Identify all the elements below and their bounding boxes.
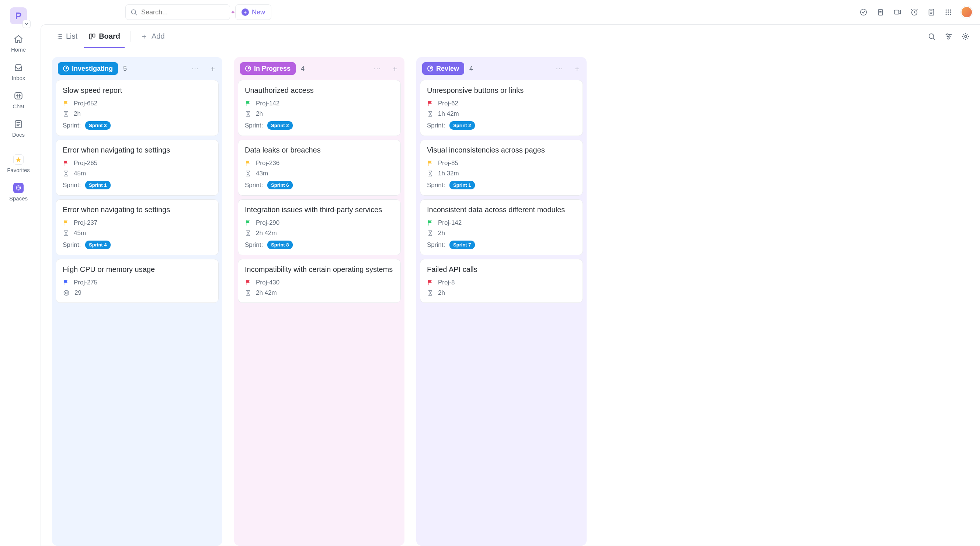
svg-point-16	[948, 14, 949, 15]
column-menu-icon[interactable]: ⋯	[374, 64, 381, 73]
card-project-id: Proj-142	[256, 100, 280, 107]
sprint-chip[interactable]: Sprint 2	[267, 121, 293, 130]
sprint-chip[interactable]: Sprint 6	[267, 181, 293, 189]
card-project-id: Proj-265	[74, 160, 97, 167]
search-input[interactable]	[141, 8, 227, 16]
sprint-chip[interactable]: Sprint 1	[85, 181, 110, 189]
view-tab-board[interactable]: Board	[84, 25, 125, 48]
sidebar-item-inbox[interactable]: Inbox	[0, 59, 37, 85]
card-sprint-row: Sprint: Sprint 8	[245, 241, 394, 249]
card-project-row: Proj-8	[427, 279, 576, 286]
column-menu-icon[interactable]: ⋯	[191, 64, 199, 73]
view-tab-list[interactable]: List	[51, 25, 82, 48]
sprint-chip[interactable]: Sprint 2	[449, 121, 474, 130]
card[interactable]: Unauthorized access Proj-142 2h Sprint: …	[238, 80, 401, 136]
card[interactable]: Data leaks or breaches Proj-236 43m Spri…	[238, 140, 401, 196]
hourglass-icon	[427, 111, 434, 117]
card[interactable]: Integration issues with third-party serv…	[238, 199, 401, 255]
add-view-button[interactable]: ＋ Add	[137, 31, 169, 41]
note-icon[interactable]	[927, 8, 936, 17]
sprint-field-label: Sprint:	[245, 182, 263, 189]
sprint-chip[interactable]: Sprint 1	[449, 181, 474, 189]
card-project-row: Proj-275	[63, 279, 212, 286]
sidebar-item-spaces[interactable]: Spaces	[0, 179, 37, 205]
hourglass-icon	[245, 230, 251, 236]
add-card-icon[interactable]: ＋	[573, 64, 581, 74]
card[interactable]: Unresponsive buttons or links Proj-62 1h…	[420, 80, 583, 136]
card-time-value: 45m	[74, 170, 86, 177]
column-menu-icon[interactable]: ⋯	[556, 64, 563, 73]
plus-icon: ＋	[140, 31, 148, 41]
svg-point-12	[946, 11, 947, 13]
card-time-row: 29	[63, 289, 212, 297]
priority-flag-icon	[63, 160, 69, 167]
card-time-row: 2h	[63, 110, 212, 117]
view-tab-label: List	[66, 32, 78, 41]
card[interactable]: Error when navigating to settings Proj-2…	[56, 199, 219, 255]
svg-point-10	[948, 10, 949, 11]
sprint-chip[interactable]: Sprint 8	[267, 241, 293, 249]
chevron-down-icon[interactable]	[22, 20, 30, 28]
cards-list: Slow speed report Proj-652 2h Sprint: Sp…	[55, 80, 220, 310]
apps-grid-icon[interactable]	[944, 8, 953, 17]
sidebar-item-label: Inbox	[12, 75, 25, 81]
check-circle-icon[interactable]	[859, 8, 868, 17]
settings-icon[interactable]	[962, 32, 970, 41]
status-pill[interactable]: Investigating	[58, 62, 118, 75]
board-icon	[89, 33, 96, 40]
card-time-row: 45m	[63, 230, 212, 237]
ai-sparkle-icon[interactable]: ✦	[231, 9, 235, 16]
clipboard-icon[interactable]	[876, 8, 885, 17]
alarm-icon[interactable]	[910, 8, 919, 17]
card[interactable]: Visual inconsistencies across pages Proj…	[420, 140, 583, 196]
status-pill[interactable]: Review	[422, 62, 464, 75]
card-time-row: 1h 32m	[427, 170, 576, 177]
column-header: Investigating 5 ⋯ ＋	[55, 62, 220, 80]
video-icon[interactable]	[893, 8, 902, 17]
card-time-value: 2h 42m	[256, 230, 277, 237]
status-pill[interactable]: In Progress	[240, 62, 296, 75]
card-project-id: Proj-236	[256, 160, 280, 167]
sidebar-item-docs[interactable]: Docs	[0, 115, 37, 141]
filter-icon[interactable]	[945, 32, 953, 41]
column-header: Review 4 ⋯ ＋	[419, 62, 584, 80]
svg-point-24	[964, 35, 967, 38]
card-project-id: Proj-237	[74, 219, 97, 227]
new-button-label: New	[252, 8, 265, 16]
add-card-icon[interactable]: ＋	[391, 64, 399, 74]
card[interactable]: Error when navigating to settings Proj-2…	[56, 140, 219, 196]
card[interactable]: Failed API calls Proj-8 2h	[420, 259, 583, 303]
sprint-chip[interactable]: Sprint 3	[85, 121, 110, 130]
svg-point-13	[948, 11, 949, 13]
status-dot-icon	[245, 65, 251, 71]
card-project-row: Proj-430	[245, 279, 394, 286]
card[interactable]: High CPU or memory usage Proj-275 29	[56, 259, 219, 303]
star-icon	[13, 154, 24, 165]
card-title: Visual inconsistencies across pages	[427, 145, 576, 155]
sprint-chip[interactable]: Sprint 4	[85, 241, 110, 249]
card-time-value: 2h	[438, 230, 445, 237]
priority-flag-icon	[245, 220, 251, 226]
card-project-row: Proj-62	[427, 100, 576, 107]
card[interactable]: Slow speed report Proj-652 2h Sprint: Sp…	[56, 80, 219, 136]
workspace-switcher[interactable]: P	[10, 7, 27, 24]
sprint-chip[interactable]: Sprint 7	[449, 241, 474, 249]
topbar: ✦ + New	[37, 0, 980, 24]
search-box[interactable]: ✦	[126, 5, 230, 20]
priority-flag-icon	[427, 279, 434, 286]
new-button[interactable]: + New	[235, 5, 271, 20]
avatar[interactable]	[961, 6, 973, 18]
card[interactable]: Inconsistent data across different modul…	[420, 199, 583, 255]
column-count: 5	[123, 65, 127, 73]
add-card-icon[interactable]: ＋	[209, 64, 216, 74]
card-time-value: 2h	[256, 110, 263, 117]
add-view-label: Add	[151, 32, 165, 41]
sidebar-item-chat[interactable]: Chat	[0, 87, 37, 113]
sidebar-item-favorites[interactable]: Favorites	[0, 151, 37, 177]
card[interactable]: Incompatibility with certain operating s…	[238, 259, 401, 303]
svg-point-14	[950, 11, 951, 13]
column-count: 4	[301, 65, 305, 73]
search-view-icon[interactable]	[928, 32, 936, 41]
hourglass-icon	[63, 170, 69, 177]
sidebar-item-home[interactable]: Home	[0, 30, 37, 56]
